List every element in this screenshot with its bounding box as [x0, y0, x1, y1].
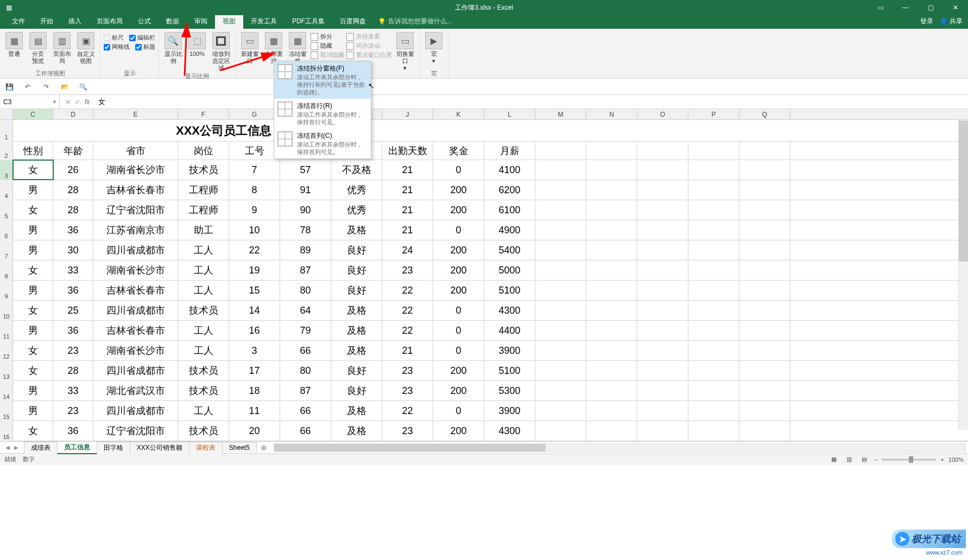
- cell[interactable]: 辽宁省沈阳市: [93, 421, 178, 441]
- cell[interactable]: [739, 361, 790, 380]
- cell[interactable]: 出勤天数: [382, 142, 433, 160]
- cell[interactable]: [535, 301, 586, 320]
- cell[interactable]: [688, 421, 739, 441]
- cell[interactable]: [637, 421, 688, 441]
- save-icon[interactable]: 💾: [4, 82, 14, 92]
- cell[interactable]: 0: [433, 220, 484, 240]
- tab-data[interactable]: 数据: [159, 15, 187, 29]
- sheet-tab[interactable]: 课程表: [189, 442, 223, 454]
- cell[interactable]: [688, 260, 739, 280]
- cell[interactable]: 优秀: [331, 180, 382, 200]
- page-layout-view-icon[interactable]: ▥: [844, 455, 855, 464]
- cell[interactable]: 89: [280, 240, 331, 260]
- custom-views-button[interactable]: ▣自定义视图: [75, 31, 97, 65]
- cell[interactable]: 及格: [331, 341, 382, 360]
- spreadsheet-grid[interactable]: 1XXX公司员工信息2性别年龄省市岗位工号考核成绩等级出勤天数奖金月薪3女26湖…: [0, 120, 968, 441]
- hide-button[interactable]: 隐藏: [311, 41, 344, 50]
- cell[interactable]: 80: [280, 361, 331, 380]
- cell[interactable]: 省市: [93, 142, 178, 160]
- share-button[interactable]: 👤 共享: [940, 17, 963, 26]
- cell[interactable]: 23: [382, 421, 433, 441]
- cell[interactable]: [586, 321, 637, 340]
- cell[interactable]: [739, 260, 790, 280]
- cell[interactable]: [637, 281, 688, 300]
- cell[interactable]: 月薪: [484, 142, 535, 160]
- cell[interactable]: 91: [280, 180, 331, 200]
- cell[interactable]: [688, 142, 739, 160]
- row-header[interactable]: 7: [0, 240, 13, 260]
- sync-scroll-button[interactable]: 同步滚动: [346, 41, 392, 50]
- sheet-tab[interactable]: Sheet5: [222, 442, 257, 453]
- arrange-all-button[interactable]: ▦全部重排: [263, 31, 284, 65]
- column-header[interactable]: K: [433, 109, 484, 119]
- cell[interactable]: 0: [433, 321, 484, 340]
- cell[interactable]: 33: [53, 381, 93, 400]
- cell[interactable]: 技术员: [178, 301, 229, 320]
- fx-icon[interactable]: fx: [85, 98, 90, 106]
- cell[interactable]: 5100: [484, 361, 535, 380]
- select-all-button[interactable]: [0, 109, 13, 119]
- name-box-input[interactable]: [3, 98, 47, 106]
- cell[interactable]: 200: [433, 260, 484, 280]
- sheet-tab[interactable]: XXX公司销售额: [130, 442, 189, 454]
- cell[interactable]: 年龄: [53, 142, 93, 160]
- cell[interactable]: 优秀: [331, 200, 382, 220]
- cell[interactable]: [535, 260, 586, 280]
- cell[interactable]: 技术员: [178, 381, 229, 400]
- print-preview-icon[interactable]: 🔍: [78, 82, 88, 92]
- tab-view[interactable]: 视图: [215, 15, 243, 29]
- cell[interactable]: [688, 200, 739, 220]
- cell[interactable]: [637, 260, 688, 280]
- cell[interactable]: 21: [382, 160, 433, 180]
- cell[interactable]: [637, 301, 688, 320]
- cell[interactable]: [586, 401, 637, 421]
- cell[interactable]: [739, 180, 790, 200]
- cell[interactable]: [739, 401, 790, 421]
- sheet-nav-last-icon[interactable]: ►: [13, 444, 20, 451]
- cell[interactable]: [586, 361, 637, 380]
- cell[interactable]: 28: [53, 200, 93, 220]
- cell[interactable]: 良好: [331, 361, 382, 380]
- cell[interactable]: [688, 341, 739, 360]
- cell[interactable]: [688, 361, 739, 380]
- cell[interactable]: 22: [382, 321, 433, 340]
- cell[interactable]: 工人: [178, 321, 229, 340]
- cell[interactable]: [535, 281, 586, 300]
- cell[interactable]: 10: [229, 220, 280, 240]
- cell[interactable]: 6200: [484, 180, 535, 200]
- cell[interactable]: [586, 421, 637, 441]
- cell[interactable]: 22: [229, 240, 280, 260]
- cell[interactable]: 及格: [331, 321, 382, 340]
- cell[interactable]: 33: [53, 260, 93, 280]
- minimize-button[interactable]: —: [893, 0, 918, 15]
- cell[interactable]: 21: [382, 180, 433, 200]
- cell[interactable]: 4900: [484, 220, 535, 240]
- reset-window-pos-button[interactable]: 重设窗口位置: [346, 50, 392, 60]
- macros-button[interactable]: ▶宏▾: [423, 31, 445, 65]
- cell[interactable]: 良好: [331, 381, 382, 400]
- tab-baidu-netdisk[interactable]: 百度网盘: [332, 15, 374, 29]
- login-link[interactable]: 登录: [920, 17, 933, 26]
- cell[interactable]: 及格: [331, 301, 382, 320]
- cell[interactable]: [688, 321, 739, 340]
- row-header[interactable]: 13: [0, 361, 13, 381]
- row-header[interactable]: 4: [0, 180, 13, 200]
- cell[interactable]: [637, 361, 688, 380]
- cell[interactable]: 助工: [178, 220, 229, 240]
- column-header[interactable]: C: [13, 109, 53, 119]
- tab-formulas[interactable]: 公式: [130, 15, 159, 29]
- row-header[interactable]: 9: [0, 281, 13, 301]
- cell[interactable]: 200: [433, 240, 484, 260]
- ribbon-display-options-icon[interactable]: ▭: [868, 0, 893, 15]
- sheet-tab[interactable]: 成绩表: [24, 442, 58, 454]
- cell[interactable]: [637, 180, 688, 200]
- cell[interactable]: 57: [280, 160, 331, 180]
- cell[interactable]: 22: [382, 301, 433, 320]
- cell[interactable]: [739, 321, 790, 340]
- cell[interactable]: [535, 180, 586, 200]
- cell[interactable]: 工程师: [178, 200, 229, 220]
- cell[interactable]: 良好: [331, 240, 382, 260]
- cell[interactable]: 4100: [484, 160, 535, 180]
- column-header[interactable]: P: [688, 109, 739, 119]
- cell[interactable]: [637, 200, 688, 220]
